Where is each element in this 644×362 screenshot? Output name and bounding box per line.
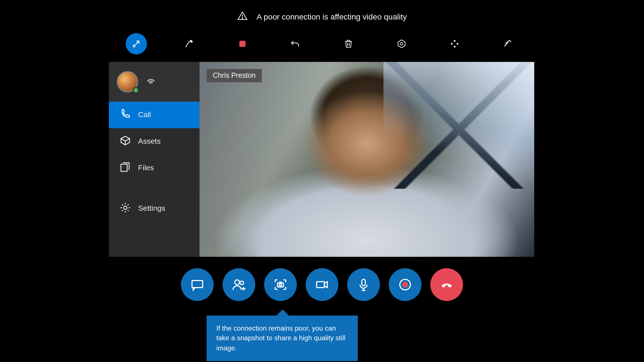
user-avatar[interactable]	[117, 71, 138, 92]
trash-button[interactable]	[338, 33, 359, 54]
sidebar-item-settings[interactable]: Settings	[109, 195, 199, 222]
pointer-collapse-button[interactable]	[126, 33, 147, 54]
app-window: Call Assets	[109, 62, 534, 257]
sidebar: Call Assets	[109, 62, 199, 257]
sidebar-item-label: Call	[138, 111, 151, 119]
svg-point-2	[133, 45, 135, 47]
sidebar-item-assets[interactable]: Assets	[109, 128, 199, 155]
svg-point-11	[235, 280, 240, 285]
pin-button[interactable]	[497, 33, 518, 54]
snapshot-button[interactable]	[264, 268, 297, 301]
warning-icon	[237, 11, 248, 23]
hangup-button[interactable]	[430, 268, 463, 301]
expand-button[interactable]	[444, 33, 465, 54]
sidebar-nav: Call Assets	[109, 102, 199, 257]
svg-point-16	[279, 284, 282, 286]
warning-text: A poor connection is affecting video qua…	[257, 12, 407, 22]
video-feed: Chris Preston	[199, 62, 534, 257]
pen-button[interactable]	[179, 33, 200, 54]
add-participant-button[interactable]	[222, 268, 255, 301]
svg-point-1	[242, 18, 243, 19]
svg-rect-8	[121, 164, 127, 171]
participant-name-tag: Chris Preston	[207, 69, 262, 82]
svg-rect-3	[239, 41, 246, 47]
svg-point-12	[240, 281, 244, 285]
shape-button[interactable]	[391, 33, 412, 54]
call-controls	[0, 268, 644, 301]
chat-button[interactable]	[181, 268, 214, 301]
video-button[interactable]	[306, 268, 338, 301]
participant-name: Chris Preston	[213, 72, 256, 79]
record-button[interactable]	[389, 268, 422, 301]
files-icon	[119, 161, 131, 175]
sidebar-item-label: Assets	[138, 137, 161, 146]
sidebar-item-label: Files	[138, 163, 154, 172]
snapshot-tip: If the connection remains poor, you can …	[207, 309, 358, 361]
svg-point-22	[402, 282, 408, 288]
svg-rect-10	[192, 281, 203, 288]
box-icon	[119, 135, 131, 148]
connection-warning-bar: A poor connection is affecting video qua…	[0, 11, 644, 23]
svg-point-9	[124, 206, 127, 209]
sidebar-item-label: Settings	[138, 204, 165, 213]
svg-marker-6	[398, 40, 405, 48]
presence-dot	[133, 87, 139, 93]
sidebar-item-call[interactable]: Call	[109, 102, 199, 128]
stop-record-button[interactable]	[232, 33, 253, 54]
svg-rect-17	[317, 282, 324, 288]
tip-text: If the connection remains poor, you can …	[216, 324, 345, 352]
gear-icon	[119, 202, 131, 215]
undo-button[interactable]	[285, 33, 306, 54]
wifi-icon	[146, 76, 156, 88]
annotation-toolbar	[0, 33, 644, 54]
microphone-button[interactable]	[347, 268, 380, 301]
sidebar-header	[109, 62, 199, 102]
phone-icon	[119, 108, 131, 122]
svg-point-7	[400, 42, 403, 45]
sidebar-item-files[interactable]: Files	[109, 155, 199, 181]
svg-rect-18	[362, 279, 366, 286]
